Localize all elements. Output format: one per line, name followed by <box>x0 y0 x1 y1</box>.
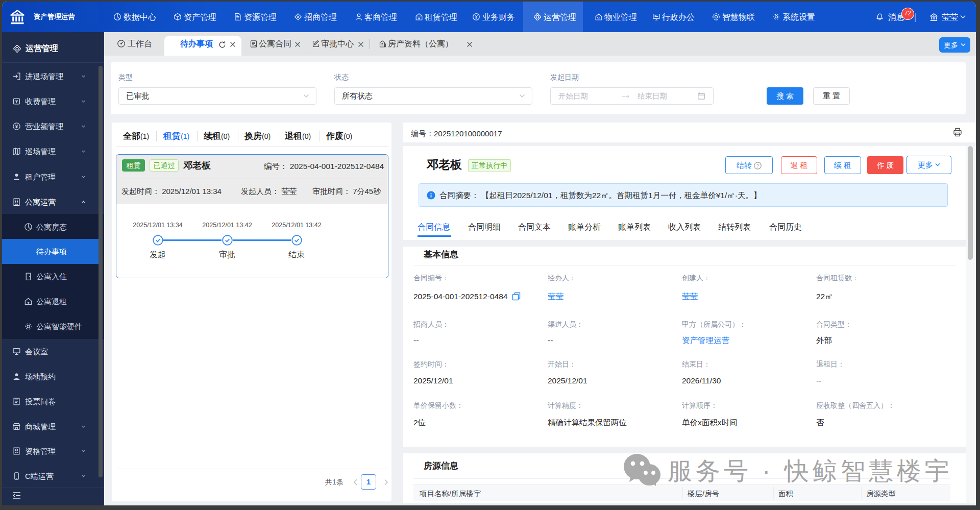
svg-text:?: ? <box>756 162 759 168</box>
